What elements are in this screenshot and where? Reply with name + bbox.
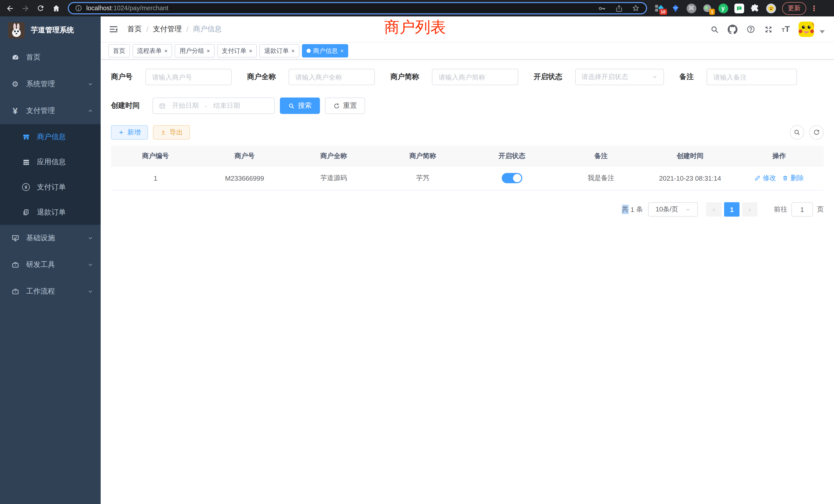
tab-home[interactable]: 首页 (108, 44, 130, 58)
puzzle-extensions-icon[interactable] (750, 3, 760, 13)
breadcrumb-item[interactable]: 支付管理 (153, 25, 182, 34)
site-info-icon[interactable] (75, 5, 82, 12)
emoji-extension-icon[interactable] (766, 3, 776, 13)
column-header: 创建时间 (645, 151, 734, 160)
sidebar-item-system[interactable]: ⚙ 系统管理 (0, 71, 101, 97)
address-bar[interactable]: localhost:1024/pay/merchant (68, 2, 647, 14)
browser-forward-icon[interactable] (19, 2, 32, 15)
table-header-row: 商户编号 商户号 商户全称 商户简称 开启状态 备注 创建时间 操作 (111, 146, 824, 166)
extension-badge-1: 1 (709, 8, 715, 15)
plus-icon (118, 129, 124, 136)
bookmark-star-icon[interactable] (632, 4, 640, 12)
yen-circle-icon: ¥ (22, 183, 30, 191)
browser-back-icon[interactable] (3, 2, 17, 15)
prev-page-button[interactable]: ‹ (706, 202, 722, 216)
pagination-total: 共 1 条 (622, 205, 643, 214)
date-end-placeholder: 结束日期 (213, 101, 240, 110)
export-button[interactable]: 导出 (153, 125, 190, 140)
merchant-no-input[interactable] (145, 69, 232, 85)
status-select[interactable]: 请选择开启状态 (575, 69, 664, 85)
delete-link[interactable]: 删除 (783, 174, 804, 183)
chat-extension-icon[interactable] (734, 3, 744, 13)
pagination: 共 1 条 10条/页 ‹ 1 › 前往 (111, 202, 824, 216)
refresh-table-button[interactable] (809, 125, 824, 140)
screen: localhost:1024/pay/merchant 10 (0, 0, 834, 504)
tab-user-group[interactable]: 用户分组× (175, 44, 215, 58)
close-icon[interactable]: × (249, 48, 253, 54)
sidebar-item-app-info[interactable]: 应用信息 (0, 150, 101, 175)
search-icon[interactable] (710, 25, 719, 33)
sidebar-item-infra[interactable]: 基础设施 (0, 225, 101, 251)
avatar-dropdown-caret-icon[interactable] (820, 30, 825, 33)
recorder-extension-icon[interactable]: 1 (702, 3, 712, 13)
command-extension-icon[interactable]: ⌘ (686, 3, 696, 13)
toggle-search-button[interactable] (790, 125, 804, 140)
sidebar-item-home[interactable]: 首页 (0, 44, 101, 71)
breadcrumb-item-current: 商户信息 (193, 25, 222, 34)
page-number-button[interactable]: 1 (724, 202, 740, 216)
merchant-table: 商户编号 商户号 商户全称 商户简称 开启状态 备注 创建时间 操作 1 M23… (111, 146, 824, 190)
sidebar-collapse-icon[interactable] (108, 24, 118, 35)
sidebar-item-pay-order[interactable]: ¥ 支付订单 (0, 175, 101, 200)
date-separator: - (205, 102, 207, 110)
filter-label: 创建时间 (111, 101, 140, 110)
yen-icon: ¥ (11, 107, 20, 115)
full-name-input[interactable] (289, 69, 375, 85)
sidebar-item-workflow[interactable]: 工作流程 (0, 278, 101, 305)
sidebar-item-pay[interactable]: ¥ 支付管理 (0, 97, 101, 124)
tab-pay-order[interactable]: 支付订单× (217, 44, 257, 58)
chevron-down-icon (685, 207, 690, 212)
toolbox-icon (11, 261, 20, 269)
tab-refund-order[interactable]: 退款订单× (260, 44, 300, 58)
browser-reload-icon[interactable] (34, 2, 47, 15)
browser-update-button[interactable]: 更新 (782, 2, 806, 15)
page-title-annotation: 商户列表 (384, 18, 446, 37)
active-dot (307, 49, 311, 53)
fullscreen-icon[interactable] (764, 25, 773, 33)
sidebar-item-refund-order[interactable]: 退款订单 (0, 200, 101, 225)
download-icon (160, 129, 167, 136)
browser-menu-icon[interactable]: ⋮ (810, 4, 817, 12)
add-button[interactable]: 新增 (111, 125, 148, 140)
y-extension-icon[interactable]: y (718, 3, 728, 13)
breadcrumb-separator: / (186, 25, 189, 33)
sidebar-item-label: 工作流程 (26, 287, 87, 296)
reset-button[interactable]: 重置 (325, 97, 365, 114)
cell-merchant-no: M233666999 (200, 174, 289, 182)
sidebar-item-merchant-info[interactable]: 商户信息 (0, 124, 101, 150)
close-icon[interactable]: × (164, 48, 168, 54)
sidebar-item-devtools[interactable]: 研发工具 (0, 251, 101, 278)
page-size-select[interactable]: 10条/页 (648, 202, 698, 216)
font-size-icon[interactable]: TT (782, 25, 790, 34)
next-page-button[interactable]: › (742, 202, 758, 216)
share-icon[interactable] (615, 4, 623, 12)
remark-input[interactable] (707, 69, 797, 85)
close-icon[interactable]: × (341, 48, 344, 54)
cell-full-name: 芋道源码 (289, 174, 378, 183)
short-name-input[interactable] (432, 69, 518, 85)
balloon-extension-icon[interactable] (670, 3, 680, 13)
status-toggle[interactable] (502, 173, 522, 183)
column-header: 商户全称 (289, 151, 378, 160)
github-icon[interactable] (728, 24, 738, 34)
goto-page-input[interactable] (791, 202, 813, 216)
chevron-down-icon (87, 262, 93, 268)
avatar[interactable] (798, 22, 814, 37)
breadcrumb-item[interactable]: 首页 (127, 25, 142, 34)
help-icon[interactable] (746, 25, 755, 34)
edit-link[interactable]: 修改 (755, 174, 776, 183)
close-icon[interactable]: × (291, 48, 295, 54)
search-button[interactable]: 搜索 (280, 97, 320, 114)
tab-groups-extension-icon[interactable]: 10 (654, 3, 664, 13)
tab-process-form[interactable]: 流程表单× (132, 44, 172, 58)
column-header: 操作 (734, 151, 824, 160)
tab-merchant-info[interactable]: 商户信息× (302, 44, 348, 58)
edit-icon (755, 175, 761, 181)
close-icon[interactable]: × (207, 48, 210, 54)
password-key-icon[interactable] (598, 4, 607, 13)
gear-icon: ⚙ (11, 79, 20, 89)
cell-status (467, 173, 556, 183)
sidebar-logo[interactable]: 芋道管理系统 (0, 17, 101, 44)
create-time-range-picker[interactable]: 开始日期 - 结束日期 (153, 97, 275, 114)
browser-home-icon[interactable] (49, 2, 63, 15)
